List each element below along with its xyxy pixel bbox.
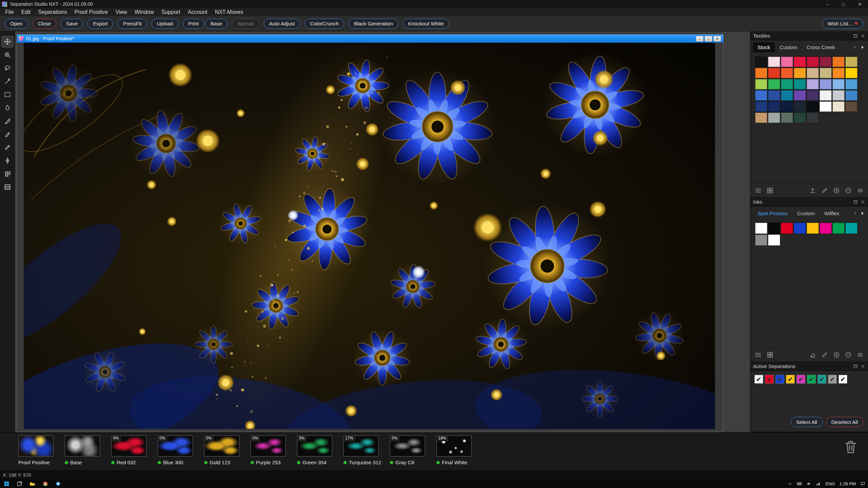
ink-swatch[interactable] — [807, 223, 819, 234]
textile-swatch[interactable] — [832, 79, 845, 89]
remove-icon[interactable] — [845, 187, 852, 194]
zoom-tool[interactable] — [2, 49, 13, 60]
textiles-tab-cross-creek[interactable]: Cross Creek — [802, 42, 839, 52]
trash-button[interactable] — [843, 439, 859, 456]
chevron-right-icon[interactable] — [860, 44, 865, 50]
auto-adjust-button[interactable]: Auto Adjust — [264, 19, 300, 29]
ink-swatch[interactable] — [755, 235, 767, 246]
textile-swatch[interactable] — [768, 57, 780, 67]
remove-icon[interactable] — [845, 351, 852, 358]
textile-swatch[interactable] — [794, 57, 806, 67]
chevron-right-icon[interactable] — [860, 210, 865, 216]
textile-swatch[interactable] — [755, 90, 767, 101]
textile-swatch[interactable] — [807, 90, 819, 101]
grid-view-icon[interactable] — [767, 351, 773, 358]
magic-wand-tool[interactable] — [2, 76, 13, 87]
file-explorer-button[interactable] — [26, 479, 39, 488]
volume[interactable] — [806, 481, 811, 486]
document-titlebar[interactable]: 01.jpg : Proof Positive* – □ ✕ — [17, 35, 723, 43]
menu-view[interactable]: View — [112, 8, 131, 16]
close-icon[interactable] — [861, 200, 865, 204]
close-icon[interactable] — [861, 364, 865, 369]
close-button[interactable]: Close — [33, 19, 56, 29]
ink-swatch[interactable] — [768, 235, 780, 246]
edit-icon[interactable] — [821, 187, 828, 194]
textile-swatch[interactable] — [781, 57, 793, 67]
menu-proof-positive[interactable]: Proof Positive — [71, 8, 112, 16]
pressfit-button[interactable]: PressFit — [118, 19, 147, 29]
textile-swatch[interactable] — [820, 101, 832, 112]
separation-final-white[interactable]: ✔ — [839, 375, 847, 384]
ink-sampler-tool[interactable] — [2, 102, 13, 113]
textile-swatch[interactable] — [755, 57, 767, 67]
textile-swatch[interactable] — [820, 90, 832, 101]
marquee-tool[interactable] — [2, 89, 13, 100]
ink-swatch[interactable] — [794, 223, 806, 234]
textile-swatch[interactable] — [768, 90, 780, 101]
menu-window[interactable]: Window — [131, 8, 158, 16]
knife-tool[interactable] — [2, 116, 13, 126]
move-tool[interactable] — [2, 36, 13, 47]
start-button[interactable] — [0, 479, 13, 488]
thumbnail-image-gold-123[interactable]: 0% — [204, 435, 239, 456]
thumbnail-image-purple-253[interactable]: 0% — [251, 435, 286, 456]
textile-swatch[interactable] — [794, 101, 806, 112]
close-icon[interactable] — [861, 34, 865, 38]
print-button[interactable]: Print — [183, 19, 204, 29]
separation-green-354[interactable]: ✔ — [807, 375, 816, 384]
textile-swatch[interactable] — [794, 113, 806, 123]
textile-swatch[interactable] — [781, 101, 793, 112]
thumbnail-image-turquoise-312[interactable]: 17% — [343, 435, 379, 456]
textile-swatch[interactable] — [820, 68, 832, 78]
eraser-icon[interactable] — [809, 351, 816, 358]
menu-icon[interactable] — [857, 351, 864, 358]
upload-icon[interactable] — [809, 187, 816, 194]
separation-base[interactable]: ✔ — [754, 375, 763, 384]
colorcrunch-button[interactable]: ColorCrunch — [304, 19, 344, 29]
brush-tool[interactable] — [2, 129, 13, 140]
textile-swatch[interactable] — [781, 79, 793, 89]
ink-swatch[interactable] — [820, 223, 832, 234]
textile-swatch[interactable] — [755, 79, 767, 89]
textile-swatch[interactable] — [820, 57, 832, 67]
menu-icon[interactable] — [857, 187, 864, 194]
network[interactable] — [816, 481, 821, 486]
clock[interactable]: 1:26 PM — [840, 479, 856, 488]
menu-separations[interactable]: Separations — [34, 8, 71, 16]
add-icon[interactable] — [833, 187, 840, 194]
textiles-tab-custom[interactable]: Custom — [775, 42, 802, 52]
thumbnail-image-blue-300[interactable]: 0% — [158, 435, 193, 456]
separation-gray-c8[interactable]: ✔ — [828, 375, 837, 384]
thumbnail-image-proof-positive[interactable] — [18, 435, 54, 456]
ink-swatch[interactable] — [832, 223, 845, 234]
textile-swatch[interactable] — [781, 113, 793, 123]
textile-swatch[interactable] — [794, 90, 806, 101]
menu-support[interactable]: Support — [158, 8, 184, 16]
open-button[interactable]: Open — [5, 19, 28, 29]
menu-edit[interactable]: Edit — [18, 8, 35, 16]
textile-swatch[interactable] — [832, 57, 845, 67]
textiles-tab-stock[interactable]: Stock — [753, 42, 775, 52]
screens-tool[interactable] — [2, 182, 13, 192]
textile-swatch[interactable] — [845, 79, 857, 89]
textile-swatch[interactable] — [807, 101, 819, 112]
float-icon[interactable] — [853, 364, 858, 369]
edit-icon[interactable] — [821, 351, 828, 358]
chevron-left-icon[interactable] — [852, 44, 858, 50]
grid-view-icon[interactable] — [767, 187, 773, 194]
add-icon[interactable] — [833, 351, 840, 358]
base-button[interactable]: Base — [205, 19, 228, 29]
separation-blue-300[interactable]: ✔ — [775, 375, 784, 384]
textile-swatch[interactable] — [781, 68, 793, 78]
textile-swatch[interactable] — [755, 68, 767, 78]
inks-tab-spot-process[interactable]: Spot Process — [753, 208, 792, 218]
textile-swatch[interactable] — [768, 79, 780, 89]
separation-studio-button[interactable] — [52, 479, 64, 488]
inks-tab-custom[interactable]: Custom — [793, 208, 819, 218]
list-view-icon[interactable] — [755, 351, 762, 358]
textile-swatch[interactable] — [768, 101, 780, 112]
chrome-button[interactable] — [39, 479, 52, 488]
ink-swatch[interactable] — [845, 223, 857, 234]
thumbnail-image-green-354[interactable]: 3% — [297, 435, 332, 456]
textile-swatch[interactable] — [845, 101, 857, 112]
